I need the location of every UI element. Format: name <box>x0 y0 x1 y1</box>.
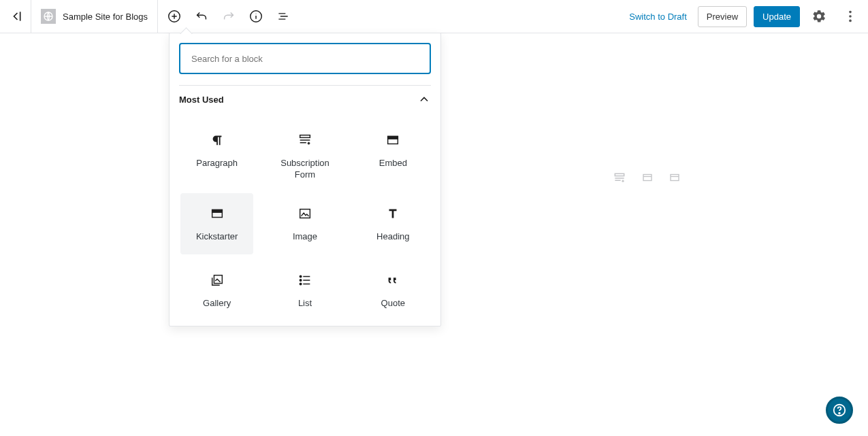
svg-point-20 <box>839 413 840 414</box>
help-icon <box>832 403 847 418</box>
block-item-embed[interactable]: Embed <box>357 120 430 188</box>
svg-rect-8 <box>388 137 398 139</box>
update-button[interactable]: Update <box>754 6 800 27</box>
settings-button[interactable] <box>807 4 831 29</box>
block-item-gallery[interactable]: Gallery <box>180 260 253 321</box>
block-item-subscription-form[interactable]: Subscription Form <box>268 120 341 188</box>
svg-rect-17 <box>643 175 652 181</box>
block-item-paragraph[interactable]: Paragraph <box>180 120 253 188</box>
image-icon <box>298 204 312 223</box>
svg-rect-16 <box>615 173 624 175</box>
info-button[interactable] <box>244 4 268 29</box>
blocks-scroll[interactable]: Most Used Paragraph Subscription Form <box>170 84 440 326</box>
block-label: Kickstarter <box>196 231 238 243</box>
gear-icon <box>811 9 826 24</box>
block-inserter-popover: Most Used Paragraph Subscription Form <box>169 33 441 326</box>
embed-placeholder-icon <box>641 171 654 184</box>
info-icon <box>248 9 263 24</box>
editor-toolbar: Sample Site for Blogs Switch to Draft Pr… <box>0 0 868 33</box>
redo-icon <box>221 9 236 24</box>
embed-icon <box>210 204 225 223</box>
block-label: Image <box>293 231 317 243</box>
add-block-button[interactable] <box>162 4 187 29</box>
outline-button[interactable] <box>271 4 295 29</box>
svg-point-4 <box>849 15 852 18</box>
block-item-quote[interactable]: Quote <box>357 260 430 321</box>
back-icon <box>9 10 22 23</box>
block-label: Gallery <box>203 298 231 309</box>
redo-button <box>216 4 241 29</box>
heading-icon <box>385 204 400 223</box>
search-wrapper <box>170 33 440 84</box>
block-label: List <box>298 298 312 309</box>
svg-point-14 <box>300 280 301 281</box>
svg-rect-18 <box>671 175 679 181</box>
site-avatar <box>41 9 56 24</box>
more-vertical-icon <box>843 9 858 24</box>
outline-icon <box>276 10 290 23</box>
svg-point-3 <box>849 11 852 14</box>
block-item-kickstarter[interactable]: Kickstarter <box>180 193 253 254</box>
svg-rect-6 <box>300 135 310 138</box>
switch-draft-button[interactable]: Switch to Draft <box>625 6 691 27</box>
toolbar-right: Switch to Draft Preview Update <box>625 4 868 29</box>
svg-rect-10 <box>212 209 222 212</box>
form-icon <box>298 131 312 150</box>
site-info[interactable]: Sample Site for Blogs <box>31 0 158 33</box>
globe-icon <box>43 11 54 22</box>
editor-tools <box>158 4 300 29</box>
form-placeholder-icon <box>613 171 626 185</box>
block-label: Heading <box>376 231 409 243</box>
svg-point-13 <box>300 275 301 277</box>
chevron-up-icon <box>417 93 431 106</box>
more-menu-button[interactable] <box>838 4 863 29</box>
svg-point-15 <box>300 283 301 284</box>
block-label: Subscription Form <box>272 158 337 181</box>
block-grid: Paragraph Subscription Form Embed Kickst… <box>179 116 431 325</box>
block-label: Quote <box>381 298 405 309</box>
block-label: Paragraph <box>196 158 238 169</box>
svg-point-5 <box>849 20 852 22</box>
site-title: Sample Site for Blogs <box>63 12 148 22</box>
search-input[interactable] <box>179 43 431 74</box>
help-button[interactable] <box>826 397 853 424</box>
gallery-icon <box>210 271 225 290</box>
svg-rect-11 <box>300 209 310 218</box>
embed-placeholder-icon-2 <box>669 171 681 184</box>
block-item-list[interactable]: List <box>268 260 341 321</box>
section-header-most-used[interactable]: Most Used <box>179 85 431 116</box>
block-item-heading[interactable]: Heading <box>357 193 430 254</box>
back-button[interactable] <box>0 0 31 33</box>
undo-button[interactable] <box>189 4 214 29</box>
preview-button[interactable]: Preview <box>698 6 747 27</box>
undo-icon <box>194 9 209 24</box>
section-title: Most Used <box>179 95 224 105</box>
list-icon <box>298 271 312 290</box>
block-item-image[interactable]: Image <box>268 193 341 254</box>
plus-circle-icon <box>167 9 182 24</box>
block-label: Embed <box>379 158 407 169</box>
toolbar-left: Sample Site for Blogs <box>0 0 300 33</box>
embed-icon <box>385 131 400 150</box>
canvas-placeholder-icons <box>613 171 681 185</box>
paragraph-icon <box>210 131 225 150</box>
quote-icon <box>385 271 400 290</box>
